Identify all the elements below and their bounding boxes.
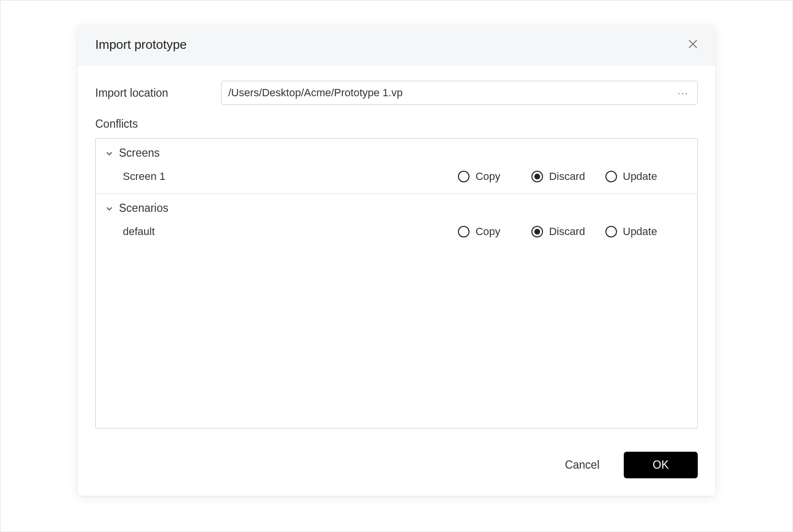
- radio-icon: [531, 171, 543, 182]
- import-location-label: Import location: [95, 87, 221, 100]
- import-location-input[interactable]: [228, 87, 676, 99]
- radio-label: Copy: [475, 170, 500, 183]
- radio-copy[interactable]: Copy: [458, 170, 511, 183]
- radio-label: Update: [623, 170, 657, 183]
- radio-label: Discard: [549, 170, 585, 183]
- ellipsis-icon: ···: [677, 88, 689, 98]
- radio-label: Update: [623, 225, 657, 238]
- radio-icon: [458, 226, 470, 237]
- conflict-group-screens: Screens Screen 1 Copy Discard: [96, 139, 697, 194]
- ok-button[interactable]: OK: [624, 452, 698, 478]
- radio-icon: [605, 171, 617, 182]
- dialog-header: Import prototype: [78, 25, 715, 65]
- conflict-group-scenarios: Scenarios default Copy Discard: [96, 194, 697, 249]
- group-header-screens[interactable]: Screens: [96, 139, 697, 163]
- close-button[interactable]: [686, 38, 700, 52]
- radio-update[interactable]: Update: [605, 225, 659, 238]
- radio-copy[interactable]: Copy: [458, 225, 511, 238]
- import-prototype-dialog: Import prototype Import location ··· Con…: [78, 25, 715, 496]
- group-name: Scenarios: [119, 202, 168, 215]
- conflict-item-options: Copy Discard Update: [458, 170, 688, 183]
- radio-update[interactable]: Update: [605, 170, 659, 183]
- conflicts-list: Screens Screen 1 Copy Discard: [95, 138, 698, 429]
- conflict-item-row: Screen 1 Copy Discard Update: [96, 163, 697, 193]
- conflicts-label: Conflicts: [95, 118, 698, 131]
- conflict-item-name: Screen 1: [123, 170, 458, 183]
- group-name: Screens: [119, 147, 160, 160]
- dialog-footer: Cancel OK: [78, 438, 715, 496]
- import-location-field-wrap: ···: [221, 81, 698, 105]
- import-location-row: Import location ···: [95, 81, 698, 105]
- radio-discard[interactable]: Discard: [531, 225, 585, 238]
- radio-icon: [531, 226, 543, 237]
- radio-icon: [605, 226, 617, 237]
- radio-icon: [458, 171, 470, 182]
- close-icon: [688, 39, 698, 51]
- chevron-down-icon: [105, 149, 113, 157]
- radio-label: Discard: [549, 225, 585, 238]
- browse-button[interactable]: ···: [676, 88, 690, 99]
- conflict-item-options: Copy Discard Update: [458, 225, 688, 238]
- cancel-button[interactable]: Cancel: [558, 454, 606, 476]
- dialog-title: Import prototype: [95, 37, 187, 52]
- dialog-body: Import location ··· Conflicts Screens: [78, 65, 715, 438]
- radio-label: Copy: [475, 225, 500, 238]
- conflict-item-name: default: [123, 225, 458, 238]
- conflict-item-row: default Copy Discard Update: [96, 219, 697, 249]
- group-header-scenarios[interactable]: Scenarios: [96, 194, 697, 219]
- radio-discard[interactable]: Discard: [531, 170, 585, 183]
- chevron-down-icon: [105, 205, 113, 212]
